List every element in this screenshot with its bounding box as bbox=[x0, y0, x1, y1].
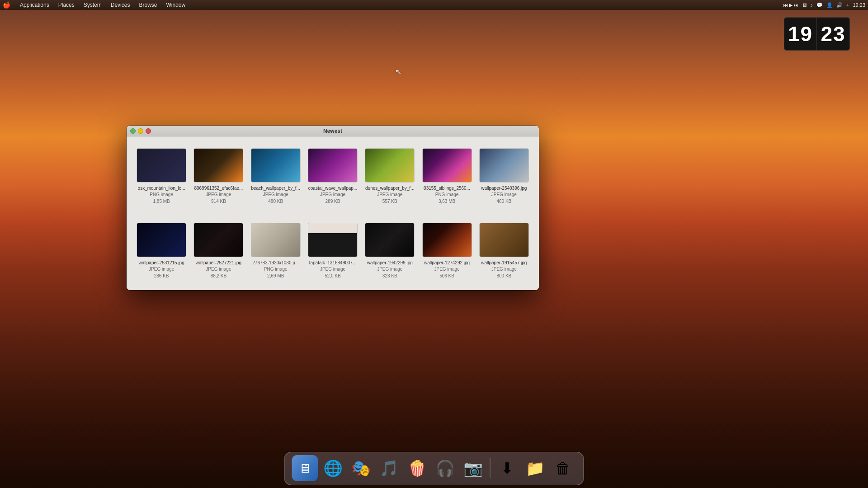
menu-devices[interactable]: Devices bbox=[109, 1, 132, 9]
dock-popcorn[interactable]: 🍿 bbox=[404, 455, 430, 481]
dock-music[interactable]: 🎵 bbox=[376, 455, 402, 481]
fm-filename: osx_mountain_lion_lo... bbox=[138, 185, 185, 191]
fm-thumb bbox=[193, 223, 243, 257]
apple-menu[interactable]: 🍎 bbox=[3, 1, 10, 9]
fm-item[interactable]: wallpaper-2540396.jpg JPEG image 460 KB bbox=[476, 145, 533, 206]
fm-thumb bbox=[308, 148, 358, 183]
media-play[interactable]: ▶ bbox=[789, 2, 793, 8]
fm-thumb bbox=[251, 223, 301, 257]
fm-filesize: 323 KB bbox=[382, 273, 397, 278]
fm-filename: 276783-868x488.p... bbox=[252, 260, 299, 266]
dock-photos[interactable]: 📷 bbox=[460, 455, 486, 481]
menu-system[interactable]: System bbox=[82, 1, 103, 9]
dock-audio[interactable]: 🎧 bbox=[432, 455, 458, 481]
dock-finder[interactable]: 🖥 bbox=[292, 455, 318, 481]
fm-title: Newest bbox=[323, 128, 342, 134]
fm-thumb-image bbox=[423, 149, 472, 182]
fm-btn-minimize[interactable] bbox=[138, 128, 143, 134]
fm-filesize: 460 KB bbox=[496, 199, 511, 204]
fm-filetype: JPEG image bbox=[491, 192, 517, 197]
fm-filename: wallpaper-2531215.jpg bbox=[139, 260, 184, 266]
dock-documents[interactable]: 📁 bbox=[522, 455, 548, 481]
fm-thumb-image bbox=[365, 223, 414, 257]
fm-item[interactable]: beach_wallpaper_by_f... JPEG image 480 K… bbox=[247, 145, 304, 206]
fm-item[interactable]: 276783-868x488.p... PNG image 2,69 MB bbox=[247, 220, 304, 281]
display-icon[interactable]: 🖥 bbox=[802, 2, 807, 8]
fm-filename: 03155_siblings_2560... bbox=[424, 185, 470, 191]
fm-thumb bbox=[308, 223, 358, 257]
fm-item[interactable]: wallpaper-2531215.jpg JPEG image 286 KB bbox=[133, 220, 190, 281]
fm-thumb-image bbox=[365, 149, 414, 182]
fm-thumb-image bbox=[137, 149, 186, 182]
dock-media-player[interactable]: 🎭 bbox=[348, 455, 374, 481]
fm-item[interactable]: 03155_siblings_2560... PNG image 3,63 MB bbox=[418, 145, 475, 206]
fm-thumb bbox=[137, 223, 186, 257]
fm-filetype: JPEG image bbox=[320, 192, 345, 197]
menu-places[interactable]: Places bbox=[57, 1, 76, 9]
fm-thumb-image bbox=[308, 149, 357, 182]
fm-item[interactable]: wallpaper-1915457.jpg JPEG image 800 KB bbox=[476, 220, 533, 281]
fm-filename: wallpaper-1942299.jpg bbox=[367, 260, 413, 266]
chat-icon[interactable]: 💬 bbox=[816, 2, 823, 8]
dock-separator bbox=[490, 458, 491, 478]
fm-thumb bbox=[137, 148, 186, 183]
fm-thumb-image bbox=[194, 149, 243, 182]
dock-downloads[interactable]: ⬇ bbox=[494, 455, 520, 481]
fm-item[interactable]: dunes_wallpaper_by_f... JPEG image 557 K… bbox=[361, 145, 418, 206]
fm-filetype: JPEG image bbox=[320, 267, 345, 272]
fm-thumb bbox=[422, 223, 472, 257]
menu-applications[interactable]: Applications bbox=[19, 1, 51, 9]
fm-thumb bbox=[365, 148, 415, 183]
fm-filetype: JPEG image bbox=[263, 192, 288, 197]
fm-filename: dunes_wallpaper_by_f... bbox=[365, 185, 414, 191]
fm-filesize: 3,63 MB bbox=[439, 199, 455, 204]
fm-thumb-image bbox=[137, 223, 186, 257]
fm-filetype: PNG image bbox=[264, 267, 288, 272]
fm-thumb-image bbox=[480, 149, 528, 182]
dock-browser[interactable]: 🌐 bbox=[320, 455, 346, 481]
fm-thumb bbox=[365, 223, 415, 257]
fm-item[interactable]: wallpaper-1942299.jpg JPEG image 323 KB bbox=[361, 220, 418, 281]
plus-icon[interactable]: + bbox=[846, 2, 849, 8]
menubar: 🍎 Applications Places System Devices Bro… bbox=[0, 0, 868, 10]
menu-browse[interactable]: Browse bbox=[137, 1, 158, 9]
menu-window[interactable]: Window bbox=[165, 1, 187, 9]
fm-filesize: 52,0 KB bbox=[325, 273, 341, 278]
fm-item[interactable]: osx_mountain_lion_lo... PNG image 1,85 M… bbox=[133, 145, 190, 206]
fm-thumb-image bbox=[308, 223, 357, 257]
fm-filename: coastal_wave_wallpap... bbox=[308, 185, 357, 191]
fm-thumb-image bbox=[423, 223, 472, 257]
fm-thumb bbox=[251, 148, 301, 183]
media-next[interactable]: ⏭ bbox=[793, 2, 798, 8]
fm-row-2: wallpaper-2531215.jpg JPEG image 286 KB … bbox=[133, 220, 533, 281]
fm-filesize: 480 KB bbox=[268, 199, 283, 204]
menubar-right: ⏮ ▶ ⏭ 🖥 ♪ 💬 👤 🔊 + 19:23 bbox=[783, 2, 865, 8]
fm-thumb-image bbox=[251, 223, 300, 257]
fm-filetype: JPEG image bbox=[377, 267, 402, 272]
fm-item[interactable]: tapatalk_1316849007... JPEG image 52,0 K… bbox=[304, 220, 361, 281]
user-icon[interactable]: 👤 bbox=[826, 2, 833, 8]
fm-btn-close[interactable] bbox=[146, 128, 151, 134]
fm-item[interactable]: wallpaper-2527221.jpg JPEG image 88,2 KB bbox=[190, 220, 247, 281]
fm-btn-maximize[interactable] bbox=[130, 128, 136, 134]
fm-window-buttons bbox=[130, 128, 151, 134]
fm-titlebar: Newest bbox=[127, 126, 539, 136]
fm-filename: beach_wallpaper_by_f... bbox=[251, 185, 300, 191]
fm-item[interactable]: wallpaper-1274292.jpg JPEG image 506 KB bbox=[418, 220, 475, 281]
fm-thumb-image bbox=[194, 223, 243, 257]
fm-item[interactable]: coastal_wave_wallpap... JPEG image 289 K… bbox=[304, 145, 361, 206]
fm-filesize: 1,85 MB bbox=[153, 199, 170, 204]
fm-filename: wallpaper-1915457.jpg bbox=[481, 260, 527, 266]
fm-filename: wallpaper-2540396.jpg bbox=[481, 185, 527, 191]
media-prev[interactable]: ⏮ bbox=[783, 2, 788, 8]
fm-filetype: JPEG image bbox=[491, 267, 517, 272]
music-icon[interactable]: ♪ bbox=[811, 2, 813, 8]
fm-filetype: JPEG image bbox=[149, 267, 174, 272]
clock-display: 19:23 bbox=[853, 2, 865, 8]
dock-trash[interactable]: 🗑 bbox=[550, 455, 576, 481]
volume-icon[interactable]: 🔊 bbox=[836, 2, 843, 8]
fm-item[interactable]: 8069961352_efac6fae... JPEG image 914 KB bbox=[190, 145, 247, 206]
fm-thumb bbox=[193, 148, 243, 183]
fm-filesize: 506 KB bbox=[439, 273, 454, 278]
dock: 🖥 🌐 🎭 🎵 🍿 🎧 📷 ⬇ 📁 🗑 bbox=[284, 452, 584, 485]
